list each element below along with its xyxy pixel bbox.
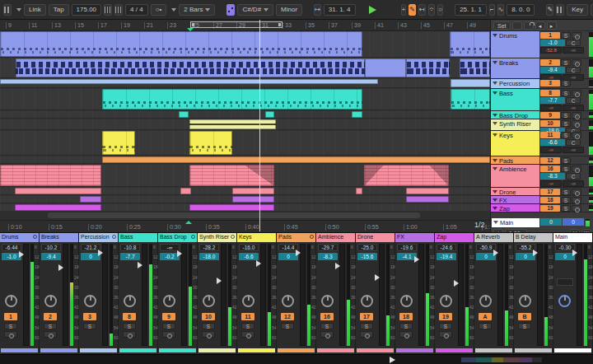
mixer-track-name[interactable]: Synth Riser — [198, 233, 236, 242]
set-button[interactable]: Set — [493, 21, 511, 30]
fold-track-icon[interactable] — [493, 122, 497, 125]
arm-button[interactable] — [572, 112, 581, 119]
solo-button[interactable]: S — [561, 189, 571, 195]
bar-number[interactable]: 9 — [6, 22, 12, 29]
solo-button[interactable]: S — [4, 323, 17, 329]
loop-brace[interactable] — [190, 21, 282, 28]
fader-handle[interactable] — [572, 250, 577, 256]
fold-track-icon[interactable] — [493, 198, 497, 202]
solo-button[interactable]: S — [281, 323, 294, 329]
track-number-badge[interactable]: 2 — [44, 313, 57, 320]
track-header-pads[interactable]: Pads12S — [491, 156, 593, 165]
track-number-badge[interactable]: 8 — [540, 90, 560, 96]
bar-number[interactable]: 11 — [29, 22, 37, 29]
peak-display[interactable]: -29.7 — [318, 244, 338, 251]
mixer-track-name[interactable]: Main — [553, 233, 592, 242]
pan-knob[interactable] — [519, 295, 531, 307]
clip[interactable] — [451, 79, 490, 87]
track-header-ambience[interactable]: Ambience16S-8.3C-∞-∞ — [491, 165, 593, 188]
automation-mode-button[interactable] — [512, 21, 522, 30]
pan-knob[interactable] — [5, 295, 17, 307]
clip[interactable] — [179, 111, 189, 118]
loop-start-field[interactable]: 25. 1. 1 — [455, 4, 487, 16]
fold-track-icon[interactable] — [493, 91, 497, 95]
pan-knob[interactable] — [242, 295, 254, 307]
pan-knob[interactable] — [203, 295, 215, 307]
track-number-badge[interactable]: 11 — [540, 132, 560, 138]
fold-track-icon[interactable] — [493, 159, 497, 162]
track-name[interactable]: Drone — [491, 188, 539, 195]
solo-button[interactable]: S — [44, 323, 57, 329]
track-number-badge[interactable]: 1 — [540, 32, 560, 39]
fader-lane[interactable] — [181, 244, 187, 346]
solo-button[interactable]: S — [360, 323, 373, 329]
clip[interactable] — [232, 196, 274, 203]
key-map-button[interactable]: Key — [567, 4, 588, 16]
track-number-badge[interactable]: 11 — [241, 313, 254, 320]
back-to-arrangement-button[interactable]: ↤ — [418, 4, 426, 16]
arm-button[interactable] — [202, 331, 215, 338]
solo-button[interactable]: S — [561, 80, 571, 86]
bar-number[interactable]: 33 — [282, 22, 292, 29]
track-name[interactable]: Zap — [491, 204, 539, 212]
fader-handle[interactable] — [414, 256, 419, 263]
time-label[interactable]: 0:40 — [245, 224, 259, 231]
peak-display[interactable]: -10.2 — [41, 244, 61, 251]
arm-button[interactable] — [439, 331, 452, 338]
clip[interactable] — [406, 196, 449, 203]
clip[interactable] — [15, 204, 101, 211]
peak-display[interactable]: -28.2 — [199, 244, 219, 251]
track-pan-field[interactable]: C — [566, 139, 581, 146]
track-number-badge[interactable]: 2 — [540, 59, 560, 66]
volume-display[interactable]: -7.7 — [120, 253, 140, 260]
track-number-badge[interactable]: 16 — [320, 313, 334, 320]
arm-button[interactable] — [572, 59, 581, 66]
bar-number[interactable]: 19 — [121, 22, 130, 29]
solo-button[interactable]: S — [561, 132, 571, 138]
arm-button[interactable] — [572, 132, 581, 138]
loop-toggle-button[interactable]: ∿ — [497, 4, 505, 16]
time-label[interactable]: 0:25 — [127, 224, 141, 231]
fold-track-icon[interactable] — [493, 167, 497, 170]
scale-name-menu[interactable]: Minor — [276, 4, 302, 16]
peak-level-left[interactable]: -∞ — [540, 180, 562, 187]
track-number-badge[interactable]: 3 — [83, 313, 96, 320]
scale-mode-button[interactable] — [226, 4, 235, 16]
mixer-track-name[interactable]: Bass Drop — [158, 233, 197, 242]
volume-display[interactable]: -19.4 — [437, 253, 456, 260]
root-note-menu[interactable]: C#/D# — [237, 4, 273, 16]
solo-button[interactable]: S — [241, 323, 254, 329]
mixer-track-name[interactable]: Drums — [0, 233, 39, 242]
marquee-select-icon[interactable]: ⁘ — [428, 4, 436, 16]
pan-knob[interactable] — [84, 295, 96, 307]
fader-lane[interactable] — [458, 244, 464, 346]
solo-button[interactable]: S — [561, 166, 571, 172]
track-number-badge[interactable]: 17 — [360, 313, 373, 320]
punch-in-button[interactable]: ⌐ — [489, 4, 495, 16]
time-label[interactable]: 0:20 — [88, 224, 102, 231]
pan-knob[interactable] — [282, 295, 294, 307]
solo-button[interactable]: S — [561, 197, 571, 203]
main-volume-field[interactable]: 0 — [540, 218, 562, 226]
crossfade-display[interactable] — [557, 278, 573, 286]
automation-arm-button[interactable]: + — [401, 4, 407, 16]
clip[interactable] — [0, 165, 101, 186]
track-number-badge[interactable]: 3 — [540, 80, 560, 86]
peak-level-left[interactable]: -∞ — [540, 105, 562, 111]
play-button[interactable] — [369, 6, 376, 14]
arm-button[interactable] — [572, 197, 581, 203]
track-number-badge[interactable]: 12 — [281, 313, 294, 320]
tap-tempo-button[interactable]: Tap — [49, 4, 69, 16]
solo-button[interactable]: S — [561, 120, 571, 127]
solo-button[interactable]: S — [439, 323, 452, 329]
peak-level-right[interactable]: -∞ — [563, 105, 584, 111]
peak-level-left[interactable]: -∞ — [540, 147, 562, 153]
arm-button[interactable] — [44, 331, 57, 338]
history-back-button[interactable]: ◂ — [535, 21, 545, 30]
scrollbar-thumb[interactable] — [48, 212, 420, 218]
time-label[interactable]: 0:45 — [284, 224, 298, 231]
track-header-zap[interactable]: Zap19S — [491, 204, 593, 212]
playback-start-marker-icon[interactable] — [185, 221, 192, 224]
track-number-badge[interactable]: 10 — [540, 120, 560, 127]
track-volume-field[interactable]: -8.3 — [540, 173, 565, 180]
